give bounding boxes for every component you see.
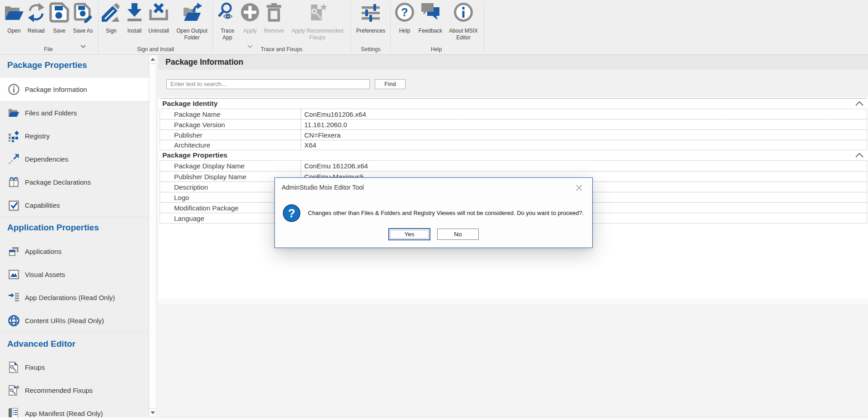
svg-text:?: ? bbox=[288, 206, 295, 220]
svg-text:?: ? bbox=[401, 6, 408, 19]
